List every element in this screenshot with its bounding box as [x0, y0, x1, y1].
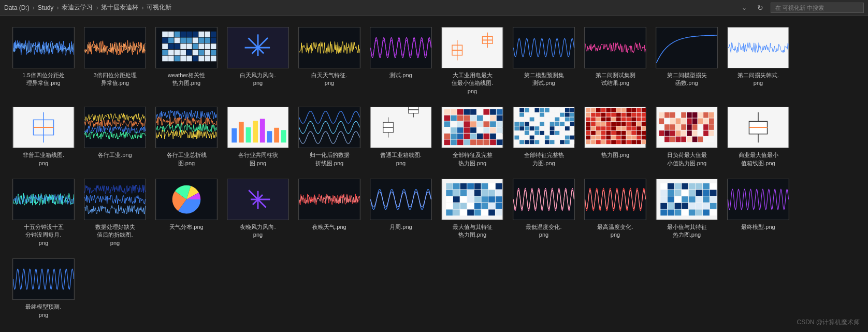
list-item[interactable]: 第二问测试集测 试结果.png: [582, 24, 648, 98]
svg-rect-363: [659, 124, 664, 130]
list-item[interactable]: 数据处理好缺失 值后的折线图. png: [82, 176, 148, 250]
svg-rect-35: [193, 50, 198, 55]
list-item[interactable]: 大工业用电最大 值最小值箱线图. png: [439, 24, 505, 98]
svg-rect-472: [668, 196, 674, 203]
svg-rect-167: [545, 113, 549, 117]
svg-rect-171: [565, 113, 570, 117]
svg-rect-45: [198, 56, 204, 62]
svg-rect-492: [696, 209, 703, 215]
list-item[interactable]: 最大值与其特征 热力图.png: [439, 176, 505, 250]
svg-rect-13: [168, 38, 174, 44]
list-item[interactable]: 热力图.png: [582, 104, 648, 170]
svg-rect-242: [560, 140, 565, 145]
svg-rect-175: [525, 118, 529, 122]
svg-rect-6: [180, 32, 186, 37]
svg-rect-166: [540, 113, 544, 117]
list-item[interactable]: 各行工业总折线 图.png: [153, 104, 220, 170]
file-label: 第二问测试集测 试结果.png: [596, 71, 635, 88]
file-thumbnail: [441, 179, 503, 220]
list-item[interactable]: 夜晚天气.png: [296, 176, 363, 250]
svg-rect-23: [175, 44, 180, 49]
svg-rect-95: [451, 109, 457, 115]
refresh-btn[interactable]: ↻: [754, 3, 766, 13]
breadcrumb-study[interactable]: Study: [38, 4, 54, 11]
file-label: 测试.png: [389, 71, 412, 79]
svg-rect-354: [664, 119, 670, 124]
svg-rect-293: [642, 122, 646, 126]
list-item[interactable]: 第二模型预测集 测试.png: [511, 24, 577, 98]
svg-rect-345: [670, 112, 675, 118]
svg-rect-369: [692, 124, 698, 130]
list-item[interactable]: 商业最大值最小 值箱线图.png: [725, 104, 791, 170]
breadcrumb-10th[interactable]: 第十届泰迪杯: [101, 3, 138, 12]
svg-rect-145: [483, 140, 489, 146]
svg-rect-150: [519, 108, 524, 112]
list-item[interactable]: 最小值与其特征 热力图.png: [654, 176, 720, 250]
list-item[interactable]: 月周.png: [368, 176, 434, 250]
list-item[interactable]: 全部特征及完整 热力图.png: [439, 104, 505, 170]
file-thumbnail: [298, 179, 360, 220]
breadcrumb-taidi[interactable]: 泰迪云学习: [62, 3, 93, 12]
list-item[interactable]: 十五分钟没十五 分钟没周每月. png: [10, 176, 77, 250]
list-item[interactable]: 天气分布.png: [153, 176, 220, 250]
list-item[interactable]: 最高温度变化. png: [582, 176, 648, 250]
svg-rect-184: [570, 118, 574, 122]
list-item[interactable]: 夜晚风力风向. png: [225, 176, 291, 250]
svg-rect-128: [490, 127, 496, 133]
svg-rect-154: [540, 108, 544, 112]
list-item[interactable]: 测试.png: [368, 24, 434, 98]
svg-rect-131: [451, 134, 457, 139]
list-item[interactable]: 白天天气特征. png: [296, 24, 363, 98]
list-item[interactable]: 日负荷最大值最 小值热力图.png: [654, 104, 720, 170]
svg-rect-216: [550, 131, 555, 135]
svg-rect-155: [545, 108, 549, 112]
dropdown-btn[interactable]: ⌄: [739, 3, 750, 12]
svg-rect-343: [659, 112, 664, 118]
svg-rect-478: [710, 196, 717, 203]
svg-rect-83: [274, 128, 279, 142]
svg-rect-144: [477, 140, 483, 146]
svg-rect-198: [519, 126, 524, 131]
list-item[interactable]: 1.5倍四位分距处 理异常值.png: [10, 24, 77, 98]
svg-rect-32: [175, 50, 180, 55]
svg-rect-434: [488, 196, 495, 203]
svg-rect-143: [470, 140, 476, 146]
list-item[interactable]: weather相关性 热力图.png: [153, 24, 220, 98]
file-thumbnail: [12, 179, 75, 220]
svg-rect-466: [682, 190, 688, 196]
list-item[interactable]: 普通工业箱线图. png: [368, 104, 434, 170]
svg-rect-170: [560, 113, 565, 117]
list-item[interactable]: 最终模型预测. png: [10, 255, 77, 322]
list-item[interactable]: 各行工业.png: [82, 104, 148, 170]
list-item[interactable]: 3倍四位分距处理 异常值.png: [82, 24, 148, 98]
list-item[interactable]: 第二问损失韩式. png: [725, 24, 791, 98]
list-item[interactable]: 第二问模型损失 函数.png: [654, 24, 720, 98]
file-label: 商业最大值最小 值箱线图.png: [739, 151, 778, 167]
svg-rect-159: [565, 108, 570, 112]
list-item[interactable]: 各行业共同柱状 图.png: [225, 104, 291, 170]
svg-rect-291: [631, 122, 636, 126]
svg-rect-425: [482, 190, 488, 196]
list-item[interactable]: 归一化后的数据 折线图.png: [296, 104, 363, 170]
svg-rect-156: [550, 108, 555, 112]
list-item[interactable]: 全部特征完整热 力图.png: [511, 104, 577, 170]
list-item[interactable]: 非普工业箱线图. png: [10, 104, 77, 170]
svg-rect-385: [670, 137, 675, 142]
svg-rect-179: [545, 118, 549, 122]
svg-rect-489: [675, 209, 682, 215]
list-item[interactable]: 白天风力风向. png: [225, 24, 291, 98]
breadcrumb-data[interactable]: Data (D:): [4, 4, 30, 11]
list-item[interactable]: 最终模型.png: [725, 176, 791, 250]
svg-rect-481: [675, 203, 682, 209]
svg-rect-195: [565, 122, 570, 126]
svg-rect-25: [186, 44, 192, 49]
list-item[interactable]: 最低温度变化. png: [511, 176, 577, 250]
svg-rect-418: [488, 183, 495, 190]
svg-rect-253: [621, 108, 626, 112]
svg-rect-330: [586, 140, 590, 145]
svg-rect-142: [464, 140, 470, 146]
svg-rect-322: [606, 136, 611, 140]
svg-rect-390: [698, 137, 703, 142]
search-input[interactable]: [771, 3, 864, 13]
svg-rect-11: [211, 32, 216, 37]
